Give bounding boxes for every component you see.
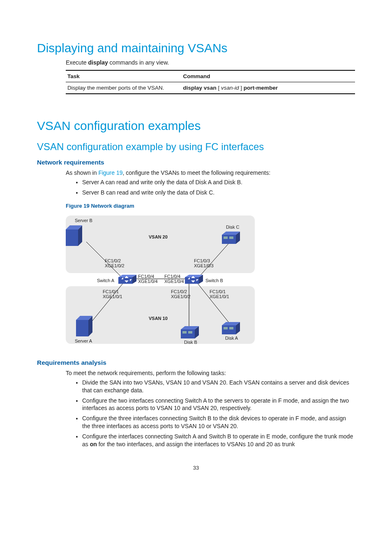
svg-marker-32 xyxy=(181,329,195,338)
netreq-intro: As shown in Figure 19, configure the VSA… xyxy=(66,169,355,176)
svg-rect-35 xyxy=(188,331,192,334)
port-label: FC1/0/1XGE1/0/1 xyxy=(210,289,229,299)
port-label: FC1/0/1XGE1/0/1 xyxy=(103,289,122,299)
vsan20-label: VSAN 20 xyxy=(149,234,168,239)
port-label: FC1/0/3XGE1/0/3 xyxy=(194,258,214,268)
figure-link[interactable]: Figure 19 xyxy=(98,169,122,176)
port-label: FC1/0/4XGE1/0/4 xyxy=(164,274,184,284)
switch-b-label: Switch B xyxy=(205,278,223,283)
disk-c-icon xyxy=(222,232,240,244)
cmd-bold: port-member xyxy=(244,85,278,91)
svg-marker-10 xyxy=(222,235,236,244)
disk-b-label: Disk B xyxy=(184,340,197,345)
disk-b-icon xyxy=(181,326,199,338)
text: Execute xyxy=(66,59,88,66)
th-task: Task xyxy=(66,70,182,82)
list-item: Server B can read and write only the dat… xyxy=(82,189,355,197)
network-diagram: Server B Disk C VSAN 20 Switch A Switch … xyxy=(66,213,255,353)
svg-rect-39 xyxy=(224,327,228,329)
page-number: 33 xyxy=(37,465,355,471)
reqan-list: Divide the SAN into two VSANs, VSAN 10 a… xyxy=(82,379,355,448)
text: , configure the VSANs to meet the follow… xyxy=(123,169,271,176)
disk-c-label: Disk C xyxy=(226,225,239,229)
text-bold: display xyxy=(88,59,108,66)
list-item: Configure the interfaces connecting Swit… xyxy=(82,433,355,448)
port-label: FC1/0/2XGE1/0/2 xyxy=(105,258,125,268)
svg-marker-37 xyxy=(222,325,236,334)
heading-network-requirements: Network requirements xyxy=(37,159,355,166)
th-command: Command xyxy=(182,70,355,82)
switch-a-icon xyxy=(118,275,136,284)
server-a-icon xyxy=(76,316,92,336)
cmd-text: [ xyxy=(217,85,221,91)
list-item: Configure the two interfaces connecting … xyxy=(82,397,355,412)
svg-marker-7 xyxy=(66,229,78,246)
command-table: Task Command Display the member ports of… xyxy=(66,70,355,94)
svg-marker-29 xyxy=(76,320,88,336)
cmd-bold: display vsan xyxy=(183,85,217,91)
list-item: Configure the three interfaces connectin… xyxy=(82,415,355,430)
text: As shown in xyxy=(66,169,98,176)
reqan-intro: To meet the network requirements, perfor… xyxy=(66,370,355,376)
server-b-icon xyxy=(66,225,82,246)
server-b-label: Server B xyxy=(75,218,92,223)
figure-caption: Figure 19 Network diagram xyxy=(66,203,355,209)
svg-rect-12 xyxy=(224,236,228,239)
list-item: Divide the SAN into two VSANs, VSAN 10 a… xyxy=(82,379,355,394)
disk-a-label: Disk A xyxy=(225,336,238,341)
table-row: Display the member ports of the VSAN. di… xyxy=(66,82,355,94)
text: commands in any view. xyxy=(108,59,169,66)
disk-a-icon xyxy=(222,322,240,334)
table-header-row: Task Command xyxy=(66,70,355,82)
netreq-list: Server A can read and write only the dat… xyxy=(82,178,355,197)
switch-a-label: Switch A xyxy=(97,278,114,283)
switch-b-icon xyxy=(185,275,203,284)
exec-sentence: Execute display commands in any view. xyxy=(66,59,355,66)
svg-rect-40 xyxy=(229,327,233,329)
list-item: Server A can read and write only the dat… xyxy=(82,178,355,186)
svg-rect-13 xyxy=(229,236,233,239)
cmd-text: ] xyxy=(239,85,243,91)
td-task: Display the member ports of the VSAN. xyxy=(66,82,182,94)
server-a-label: Server A xyxy=(75,338,92,343)
text-bold: on xyxy=(90,441,97,447)
port-label: FC1/0/2XGE1/0/2 xyxy=(171,289,191,299)
port-label: FC1/0/4XGE1/0/4 xyxy=(138,274,158,284)
cmd-italic: vsan-id xyxy=(221,85,239,91)
heading-displaying: Displaying and maintaining VSANs xyxy=(37,41,355,55)
heading-fc-example: VSAN configuration example by using FC i… xyxy=(37,141,355,153)
heading-requirements-analysis: Requirements analysis xyxy=(37,359,355,366)
text: for the two interfaces, and assign the i… xyxy=(97,441,295,447)
vsan10-label: VSAN 10 xyxy=(149,316,168,321)
td-command: display vsan [ vsan-id ] port-member xyxy=(182,82,355,94)
svg-rect-34 xyxy=(182,331,187,334)
heading-examples: VSAN configuration examples xyxy=(37,119,355,133)
